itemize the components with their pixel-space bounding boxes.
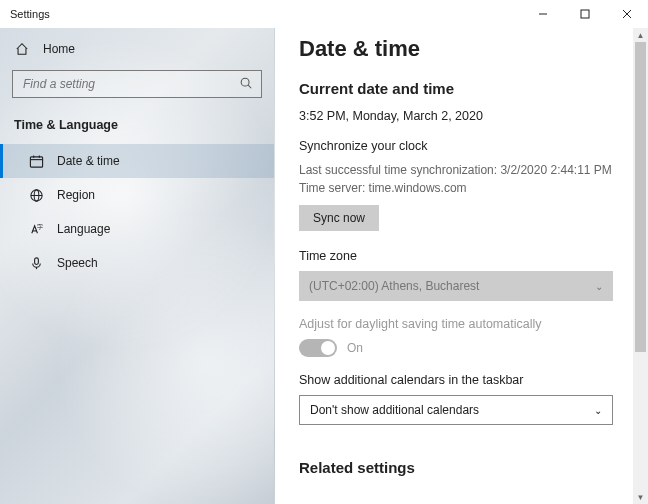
minimize-button[interactable] — [522, 0, 564, 28]
clock-icon — [28, 154, 44, 169]
chevron-down-icon: ⌄ — [594, 405, 602, 416]
dst-label: Adjust for daylight saving time automati… — [299, 317, 613, 331]
page-title: Date & time — [299, 36, 613, 62]
maximize-button[interactable] — [564, 0, 606, 28]
calendars-heading: Show additional calendars in the taskbar — [299, 373, 613, 387]
svg-rect-6 — [30, 156, 42, 166]
sync-now-button[interactable]: Sync now — [299, 205, 379, 231]
search-icon — [239, 76, 253, 93]
search-input[interactable] — [12, 70, 262, 98]
scroll-up-arrow[interactable]: ▲ — [633, 28, 648, 42]
sidebar: Home Time & Language Date & tim — [0, 28, 275, 504]
sidebar-item-region[interactable]: Region — [0, 178, 274, 212]
sidebar-item-label: Language — [57, 222, 110, 236]
search-field[interactable] — [21, 76, 239, 92]
category-heading: Time & Language — [0, 108, 274, 138]
sidebar-item-label: Region — [57, 188, 95, 202]
window-controls — [522, 0, 648, 28]
related-settings-heading: Related settings — [299, 459, 613, 476]
globe-icon — [28, 188, 44, 203]
scroll-thumb[interactable] — [635, 42, 646, 352]
titlebar: Settings — [0, 0, 648, 28]
home-label: Home — [43, 42, 75, 56]
svg-line-5 — [248, 85, 251, 88]
scroll-down-arrow[interactable]: ▼ — [633, 490, 648, 504]
svg-rect-15 — [34, 257, 38, 264]
svg-rect-1 — [581, 10, 589, 18]
calendars-select[interactable]: Don't show additional calendars ⌄ — [299, 395, 613, 425]
current-datetime-value: 3:52 PM, Monday, March 2, 2020 — [299, 109, 613, 123]
microphone-icon — [28, 256, 44, 271]
home-icon — [14, 42, 30, 56]
svg-text:字: 字 — [37, 222, 43, 229]
timezone-value: (UTC+02:00) Athens, Bucharest — [309, 279, 479, 293]
calendars-value: Don't show additional calendars — [310, 403, 479, 417]
timezone-heading: Time zone — [299, 249, 613, 263]
sync-heading: Synchronize your clock — [299, 139, 613, 153]
chevron-down-icon: ⌄ — [595, 281, 603, 292]
sync-server-text: Time server: time.windows.com — [299, 179, 613, 197]
sync-last-text: Last successful time synchronization: 3/… — [299, 161, 613, 179]
language-icon: 字 — [28, 222, 44, 237]
sidebar-item-language[interactable]: 字 Language — [0, 212, 274, 246]
sidebar-item-speech[interactable]: Speech — [0, 246, 274, 280]
dst-state: On — [347, 341, 363, 355]
toggle-switch — [299, 339, 337, 357]
sidebar-item-label: Speech — [57, 256, 98, 270]
timezone-select[interactable]: (UTC+02:00) Athens, Bucharest ⌄ — [299, 271, 613, 301]
home-nav[interactable]: Home — [0, 32, 274, 66]
scrollbar[interactable]: ▲ ▼ — [633, 28, 648, 504]
content-pane: Date & time Current date and time 3:52 P… — [275, 28, 633, 504]
dst-toggle: On — [299, 339, 613, 357]
close-button[interactable] — [606, 0, 648, 28]
svg-point-4 — [241, 78, 249, 86]
window-title: Settings — [10, 8, 50, 20]
current-datetime-heading: Current date and time — [299, 80, 613, 97]
sidebar-item-date-time[interactable]: Date & time — [0, 144, 274, 178]
sidebar-item-label: Date & time — [57, 154, 120, 168]
